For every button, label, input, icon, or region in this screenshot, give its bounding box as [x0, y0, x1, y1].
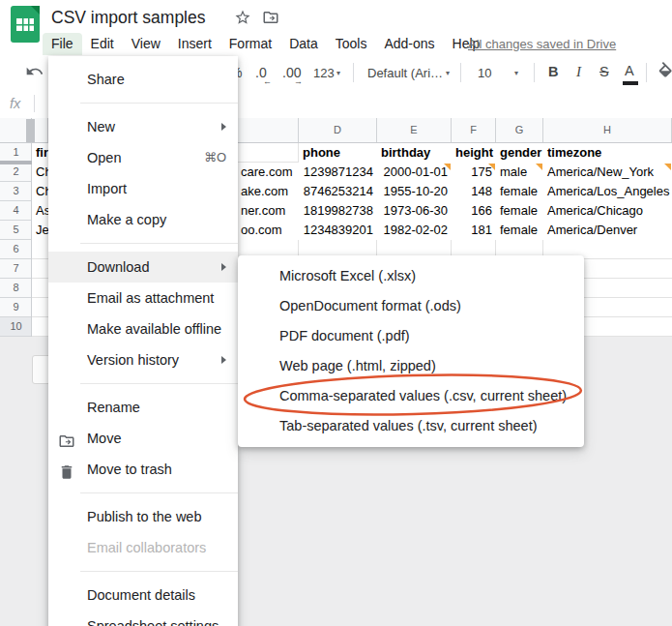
cell-h3[interactable]: America/Los_Angeles: [543, 182, 672, 201]
row-header-7[interactable]: 7: [0, 259, 32, 279]
column-header-H[interactable]: H: [543, 118, 672, 143]
column-header-E[interactable]: E: [377, 118, 452, 143]
cell-a4[interactable]: As: [32, 201, 48, 221]
font-family-select[interactable]: Default (Ari…: [367, 66, 443, 80]
cell-h1[interactable]: timezone: [543, 143, 672, 163]
row-header-2[interactable]: 2: [0, 163, 32, 182]
cell-c4[interactable]: ner.com: [237, 201, 299, 221]
bold-button[interactable]: B: [548, 64, 558, 79]
row-selection-marker: [0, 161, 32, 164]
file-menu-item-open[interactable]: Open⌘O: [48, 142, 238, 173]
file-menu-item-share[interactable]: Share: [48, 64, 238, 95]
file-menu-item-new[interactable]: New: [48, 111, 238, 142]
row-header-1[interactable]: 1: [0, 143, 32, 163]
menu-item-label: Share: [87, 72, 125, 87]
download-item-tab-separated-values-tsv-current-sheet[interactable]: Tab-separated values (.tsv, current shee…: [238, 411, 584, 441]
menubar-item-insert[interactable]: Insert: [169, 33, 220, 55]
cell-g1[interactable]: gender: [496, 143, 543, 163]
download-item-opendocument-format-ods[interactable]: OpenDocument format (.ods): [238, 291, 584, 321]
italic-button[interactable]: I: [576, 64, 581, 80]
file-menu-item-make-available-offline[interactable]: Make available offline: [48, 313, 238, 344]
sheets-logo[interactable]: [11, 6, 40, 43]
cell-f4[interactable]: 166: [452, 201, 496, 221]
cell-e2[interactable]: 2000-01-01: [377, 163, 452, 182]
strikethrough-button[interactable]: S: [599, 64, 609, 79]
menubar-item-view[interactable]: View: [123, 33, 169, 55]
document-title[interactable]: CSV import samples: [51, 8, 206, 28]
cell-g3[interactable]: female: [496, 182, 543, 201]
menu-item-label: Email as attachment: [87, 290, 214, 306]
cell-e1[interactable]: birthday: [377, 143, 452, 163]
cell-e3[interactable]: 1955-10-20: [377, 182, 452, 201]
save-status-link[interactable]: All changes saved in Drive: [468, 37, 616, 51]
menubar-item-edit[interactable]: Edit: [82, 33, 123, 55]
row-header-9[interactable]: 9: [0, 298, 32, 317]
cell-g5[interactable]: female: [496, 221, 543, 240]
file-menu-item-make-a-copy[interactable]: Make a copy: [48, 204, 238, 235]
caret-down-icon: ▾: [336, 69, 340, 77]
file-menu-item-version-history[interactable]: Version history: [48, 344, 238, 375]
fill-color-icon[interactable]: [657, 62, 672, 83]
row-header-8[interactable]: 8: [0, 279, 32, 298]
download-item-comma-separated-values-csv-current-sheet[interactable]: Comma-separated values (.csv, current sh…: [238, 381, 584, 411]
row-header-3[interactable]: 3: [0, 182, 32, 201]
cell-a2[interactable]: Ch: [32, 163, 48, 182]
file-menu-item-email-as-attachment[interactable]: Email as attachment: [48, 283, 238, 313]
row-header-5[interactable]: 5: [0, 221, 32, 240]
download-item-microsoft-excel-xlsx[interactable]: Microsoft Excel (.xlsx): [238, 261, 584, 291]
cell-c5[interactable]: oo.com: [237, 221, 299, 240]
cell-f1[interactable]: height: [452, 143, 496, 163]
download-submenu: Microsoft Excel (.xlsx)OpenDocument form…: [238, 255, 584, 447]
download-item-pdf-document-pdf[interactable]: PDF document (.pdf): [238, 321, 584, 351]
menubar-item-format[interactable]: Format: [220, 33, 280, 55]
file-menu-item-import[interactable]: Import: [48, 173, 238, 204]
cell-e4[interactable]: 1973-06-30: [377, 201, 452, 221]
text-color-button[interactable]: A: [625, 63, 634, 78]
menubar-item-tools[interactable]: Tools: [327, 33, 376, 55]
cell-a5[interactable]: Je: [32, 221, 48, 240]
menubar-item-add-ons[interactable]: Add-ons: [375, 33, 443, 55]
column-header-c[interactable]: [237, 118, 299, 143]
file-menu-item-publish-to-the-web[interactable]: Publish to the web: [48, 501, 238, 532]
menubar-item-file[interactable]: File: [43, 33, 82, 55]
file-menu-item-move[interactable]: Move: [48, 423, 238, 454]
menu-item-label: Version history: [87, 352, 179, 368]
column-header-D[interactable]: D: [299, 118, 377, 143]
cell-f3[interactable]: 148: [452, 182, 496, 201]
file-menu-item-spreadsheet-settings[interactable]: Spreadsheet settings: [48, 611, 238, 626]
column-header-F[interactable]: F: [452, 118, 496, 143]
menu-item-label: Publish to the web: [87, 509, 202, 524]
row-header-4[interactable]: 4: [0, 201, 32, 221]
cell-h2[interactable]: America/New_York: [543, 163, 672, 182]
cell-e5[interactable]: 1982-02-02: [377, 221, 452, 240]
cell-h4[interactable]: America/Chicago: [543, 201, 672, 221]
menu-item-label: Spreadsheet settings: [87, 618, 219, 626]
cell-a3[interactable]: Ch: [32, 182, 48, 201]
number-format-menu[interactable]: 123: [313, 66, 335, 80]
row-header-6[interactable]: 6: [0, 240, 32, 259]
cell-d3[interactable]: 8746253214: [299, 182, 377, 201]
file-menu-item-document-details[interactable]: Document details: [48, 580, 238, 611]
cell-c3[interactable]: ake.com: [237, 182, 299, 201]
cell-a1[interactable]: firs: [32, 143, 48, 163]
row-header-10[interactable]: 10: [0, 317, 32, 337]
undo-icon[interactable]: [25, 62, 44, 81]
file-menu-item-download[interactable]: Download: [48, 252, 238, 283]
font-size-select[interactable]: 10: [478, 66, 491, 80]
column-header-G[interactable]: G: [496, 118, 543, 143]
folder-move-icon[interactable]: [262, 9, 279, 26]
star-icon[interactable]: [234, 9, 251, 26]
cell-d2[interactable]: 1239871234: [299, 163, 377, 182]
cell-d4[interactable]: 1819982738: [299, 201, 377, 221]
menubar-item-data[interactable]: Data: [280, 33, 327, 55]
cell-g4[interactable]: female: [496, 201, 543, 221]
cell-d1[interactable]: phone: [299, 143, 377, 163]
note-marker: [664, 164, 671, 170]
cell-f5[interactable]: 181: [452, 221, 496, 240]
file-menu-item-rename[interactable]: Rename: [48, 392, 238, 423]
cell-h5[interactable]: America/Denver: [543, 221, 672, 240]
download-item-web-page-html-zipped[interactable]: Web page (.html, zipped): [238, 351, 584, 381]
cell-c2[interactable]: care.com: [237, 163, 299, 182]
cell-d5[interactable]: 1234839201: [299, 221, 377, 240]
file-menu-item-move-to-trash[interactable]: Move to trash: [48, 454, 238, 485]
